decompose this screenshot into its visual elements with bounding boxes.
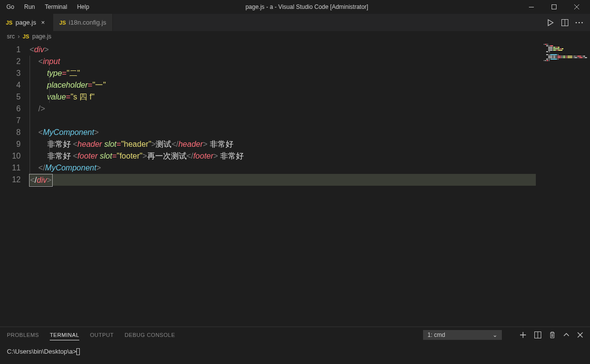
editor[interactable]: 123456789101112 <div> <input type="二" pl… [0, 42, 590, 327]
svg-point-4 [576, 22, 577, 23]
bottom-panel: PROBLEMS TERMINAL OUTPUT DEBUG CONSOLE 1… [0, 327, 590, 364]
svg-point-6 [582, 22, 583, 23]
menu-items: Go Run Terminal Help [2, 1, 94, 12]
panel-tabs: PROBLEMS TERMINAL OUTPUT DEBUG CONSOLE 1… [0, 327, 590, 343]
panel-tab-terminal[interactable]: TERMINAL [50, 332, 79, 340]
menu-go[interactable]: Go [2, 1, 19, 12]
run-icon[interactable] [547, 19, 555, 27]
breadcrumb-file: page.js [32, 33, 51, 40]
minimap[interactable] [536, 42, 590, 327]
window-controls [520, 0, 588, 14]
code-area[interactable]: <div> <input type="二" placeholder="一" va… [30, 42, 536, 327]
breadcrumb-folder: src [7, 33, 15, 40]
new-terminal-icon[interactable] [520, 331, 526, 338]
chevron-right-icon: › [18, 33, 20, 40]
window-title: page.js - a - Visual Studio Code [Admini… [94, 3, 520, 10]
panel-tab-output[interactable]: OUTPUT [90, 332, 114, 338]
svg-rect-1 [552, 5, 557, 9]
terminal-select-label: 1: cmd [427, 331, 445, 338]
terminal-body[interactable]: C:\Users\bin\Desktop\a> [0, 343, 590, 364]
tab-bar: JS page.js × JS i18n.config.js [0, 14, 590, 31]
js-icon: JS [6, 20, 12, 26]
tab-label: i18n.config.js [69, 19, 106, 26]
panel-tab-debug-console[interactable]: DEBUG CONSOLE [125, 332, 175, 338]
menu-run[interactable]: Run [20, 1, 39, 12]
menubar: Go Run Terminal Help page.js - a - Visua… [0, 0, 590, 14]
line-numbers: 123456789101112 [0, 42, 30, 327]
close-button[interactable] [565, 0, 588, 14]
tab-page-js[interactable]: JS page.js × [0, 14, 53, 31]
editor-actions [540, 14, 590, 31]
tab-label: page.js [15, 19, 36, 26]
maximize-button[interactable] [543, 0, 565, 14]
split-editor-icon[interactable] [561, 19, 568, 26]
terminal-cursor [76, 348, 80, 355]
terminal-prompt: C:\Users\bin\Desktop\a> [7, 348, 76, 355]
tab-i18n-config-js[interactable]: JS i18n.config.js [53, 14, 112, 31]
menu-help[interactable]: Help [72, 1, 94, 12]
panel-tab-problems[interactable]: PROBLEMS [7, 332, 39, 338]
svg-rect-0 [529, 7, 534, 7]
breadcrumb[interactable]: src › JS page.js [0, 31, 590, 42]
close-icon[interactable]: × [39, 19, 47, 27]
trash-icon[interactable] [549, 331, 556, 338]
more-icon[interactable] [575, 22, 583, 24]
minimize-button[interactable] [520, 0, 543, 14]
chevron-up-icon[interactable] [563, 333, 569, 337]
terminal-select[interactable]: 1: cmd ⌄ [423, 330, 502, 340]
js-icon: JS [23, 33, 29, 39]
svg-point-5 [579, 22, 580, 23]
close-panel-icon[interactable] [577, 332, 583, 338]
menu-terminal[interactable]: Terminal [40, 1, 71, 12]
js-icon: JS [59, 20, 66, 26]
chevron-down-icon: ⌄ [492, 331, 497, 338]
split-terminal-icon[interactable] [534, 331, 541, 338]
